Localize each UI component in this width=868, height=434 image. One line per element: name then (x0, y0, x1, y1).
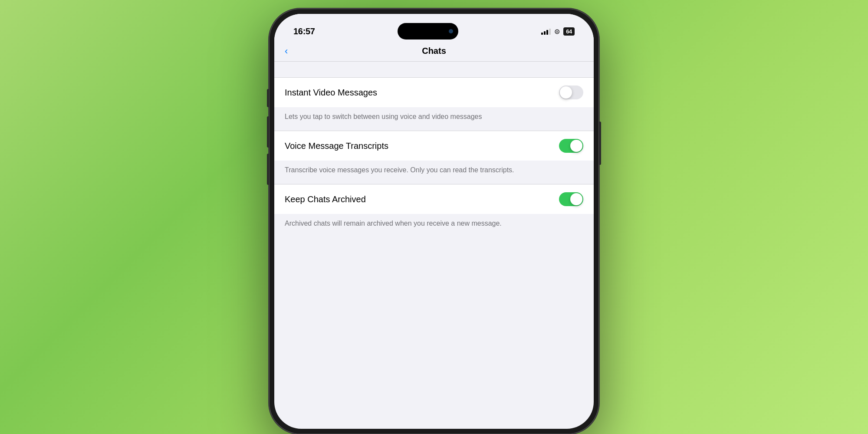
instant-video-row: Instant Video Messages (274, 78, 594, 107)
signal-bar-4 (549, 29, 551, 35)
instant-video-label: Instant Video Messages (285, 88, 377, 98)
instant-video-group: Instant Video Messages (274, 77, 594, 107)
settings-content: Instant Video Messages Lets you tap to s… (274, 62, 594, 237)
keep-archived-toggle[interactable] (559, 192, 583, 206)
phone-wrapper: 16:57 ⊜ 64 ‹ Chats (269, 9, 599, 434)
power-button (599, 122, 601, 165)
mute-button (267, 89, 269, 107)
camera-dot (449, 29, 453, 33)
status-bar: 16:57 ⊜ 64 (274, 14, 594, 41)
keep-archived-row: Keep Chats Archived (274, 184, 594, 214)
wifi-icon: ⊜ (554, 27, 560, 36)
nav-title: Chats (422, 46, 446, 56)
voice-transcripts-toggle-thumb (570, 140, 582, 152)
nav-bar: ‹ Chats (274, 41, 594, 62)
voice-transcripts-label: Voice Message Transcripts (285, 141, 388, 151)
signal-bar-3 (546, 30, 548, 35)
keep-archived-toggle-thumb (570, 193, 582, 205)
keep-archived-group: Keep Chats Archived (274, 184, 594, 214)
volume-down-button (267, 154, 269, 185)
battery-level: 64 (563, 27, 575, 36)
back-button[interactable]: ‹ (285, 46, 288, 57)
keep-archived-description: Archived chats will remain archived when… (274, 214, 594, 237)
keep-archived-label: Keep Chats Archived (285, 194, 366, 204)
section-spacer-top (274, 62, 594, 77)
voice-transcripts-row: Voice Message Transcripts (274, 131, 594, 161)
signal-bars (541, 28, 551, 35)
status-icons: ⊜ 64 (541, 27, 575, 36)
instant-video-description: Lets you tap to switch between using voi… (274, 107, 594, 130)
dynamic-island (398, 23, 458, 39)
volume-up-button (267, 116, 269, 148)
battery: 64 (563, 27, 575, 36)
voice-transcripts-toggle[interactable] (559, 139, 583, 153)
signal-bar-2 (544, 31, 546, 35)
voice-transcripts-group: Voice Message Transcripts (274, 131, 594, 161)
voice-transcripts-description: Transcribe voice messages you receive. O… (274, 161, 594, 183)
signal-bar-1 (541, 33, 543, 35)
phone-screen: 16:57 ⊜ 64 ‹ Chats (274, 14, 594, 429)
instant-video-toggle-thumb (560, 86, 572, 99)
status-time: 16:57 (293, 26, 315, 36)
instant-video-toggle[interactable] (559, 85, 583, 99)
